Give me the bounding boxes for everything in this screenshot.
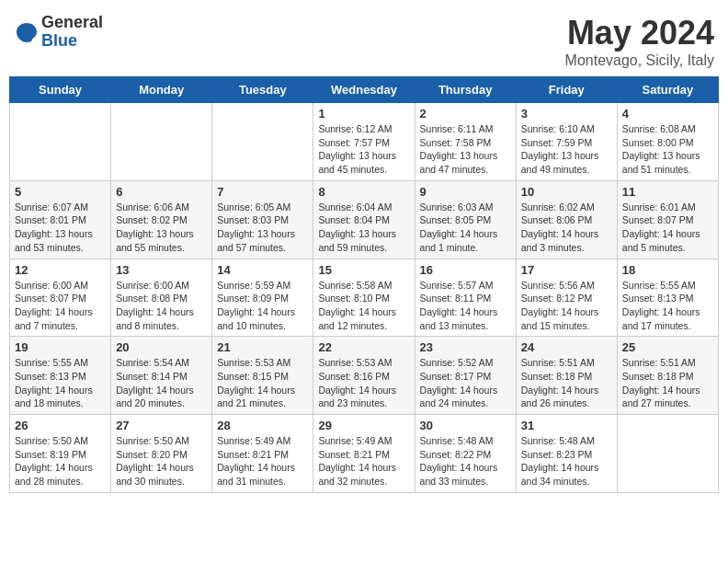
day-info: Sunrise: 6:02 AM Sunset: 8:06 PM Dayligh… xyxy=(521,201,612,255)
day-number: 5 xyxy=(15,185,106,199)
day-info: Sunrise: 6:06 AM Sunset: 8:02 PM Dayligh… xyxy=(116,201,207,255)
day-info: Sunrise: 5:50 AM Sunset: 8:20 PM Dayligh… xyxy=(116,434,207,488)
day-number: 2 xyxy=(420,107,511,121)
day-number: 10 xyxy=(521,185,612,199)
calendar-cell: 26Sunrise: 5:50 AM Sunset: 8:19 PM Dayli… xyxy=(10,415,111,493)
calendar-cell: 23Sunrise: 5:52 AM Sunset: 8:17 PM Dayli… xyxy=(415,337,516,415)
day-info: Sunrise: 6:01 AM Sunset: 8:07 PM Dayligh… xyxy=(622,201,713,255)
calendar-cell: 7Sunrise: 6:05 AM Sunset: 8:03 PM Daylig… xyxy=(212,180,313,259)
calendar-cell: 27Sunrise: 5:50 AM Sunset: 8:20 PM Dayli… xyxy=(111,415,212,493)
day-number: 17 xyxy=(521,263,612,277)
calendar-week-row: 26Sunrise: 5:50 AM Sunset: 8:19 PM Dayli… xyxy=(10,415,719,493)
day-info: Sunrise: 5:51 AM Sunset: 8:18 PM Dayligh… xyxy=(622,356,713,410)
day-info: Sunrise: 5:48 AM Sunset: 8:23 PM Dayligh… xyxy=(521,434,612,488)
logo-blue-text: Blue xyxy=(41,32,103,51)
day-number: 28 xyxy=(217,419,308,432)
calendar-cell: 9Sunrise: 6:03 AM Sunset: 8:05 PM Daylig… xyxy=(415,180,516,259)
day-number: 27 xyxy=(116,419,207,432)
calendar-cell: 15Sunrise: 5:58 AM Sunset: 8:10 PM Dayli… xyxy=(313,259,415,337)
days-of-week-row: SundayMondayTuesdayWednesdayThursdayFrid… xyxy=(10,77,719,103)
calendar-cell: 17Sunrise: 5:56 AM Sunset: 8:12 PM Dayli… xyxy=(516,259,617,337)
calendar-cell: 6Sunrise: 6:06 AM Sunset: 8:02 PM Daylig… xyxy=(111,180,212,259)
calendar-cell xyxy=(10,103,111,181)
calendar-cell: 31Sunrise: 5:48 AM Sunset: 8:23 PM Dayli… xyxy=(516,415,617,493)
calendar-cell: 25Sunrise: 5:51 AM Sunset: 8:18 PM Dayli… xyxy=(617,337,718,415)
day-number: 26 xyxy=(15,419,106,432)
calendar-cell: 8Sunrise: 6:04 AM Sunset: 8:04 PM Daylig… xyxy=(313,180,415,259)
day-info: Sunrise: 5:59 AM Sunset: 8:09 PM Dayligh… xyxy=(217,279,308,333)
day-info: Sunrise: 5:48 AM Sunset: 8:22 PM Dayligh… xyxy=(420,434,511,488)
logo: General Blue xyxy=(14,14,103,51)
day-of-week-header: Thursday xyxy=(415,77,516,103)
day-number: 24 xyxy=(521,340,612,354)
day-number: 15 xyxy=(318,263,409,277)
calendar-cell: 30Sunrise: 5:48 AM Sunset: 8:22 PM Dayli… xyxy=(415,415,516,493)
calendar-cell: 13Sunrise: 6:00 AM Sunset: 8:08 PM Dayli… xyxy=(111,259,212,337)
day-number: 25 xyxy=(622,340,713,354)
calendar-cell xyxy=(111,103,212,181)
day-number: 31 xyxy=(521,419,612,432)
calendar-cell: 18Sunrise: 5:55 AM Sunset: 8:13 PM Dayli… xyxy=(617,259,718,337)
calendar-cell: 24Sunrise: 5:51 AM Sunset: 8:18 PM Dayli… xyxy=(516,337,617,415)
calendar-week-row: 19Sunrise: 5:55 AM Sunset: 8:13 PM Dayli… xyxy=(10,337,719,415)
day-info: Sunrise: 5:51 AM Sunset: 8:18 PM Dayligh… xyxy=(521,356,612,410)
logo-general-text: General xyxy=(41,14,103,32)
calendar-cell: 29Sunrise: 5:49 AM Sunset: 8:21 PM Dayli… xyxy=(313,415,415,493)
calendar-cell: 21Sunrise: 5:53 AM Sunset: 8:15 PM Dayli… xyxy=(212,337,313,415)
calendar-cell: 14Sunrise: 5:59 AM Sunset: 8:09 PM Dayli… xyxy=(212,259,313,337)
day-number: 3 xyxy=(521,107,612,121)
day-number: 18 xyxy=(622,263,713,277)
month-year-title: May 2024 xyxy=(565,14,714,52)
day-info: Sunrise: 6:00 AM Sunset: 8:07 PM Dayligh… xyxy=(15,279,106,333)
day-number: 23 xyxy=(420,340,511,354)
day-number: 30 xyxy=(420,419,511,432)
calendar-cell: 5Sunrise: 6:07 AM Sunset: 8:01 PM Daylig… xyxy=(10,180,111,259)
day-of-week-header: Wednesday xyxy=(313,77,415,103)
day-info: Sunrise: 5:53 AM Sunset: 8:15 PM Dayligh… xyxy=(217,356,308,410)
calendar-cell: 2Sunrise: 6:11 AM Sunset: 7:58 PM Daylig… xyxy=(415,103,516,181)
day-info: Sunrise: 6:10 AM Sunset: 7:59 PM Dayligh… xyxy=(521,122,612,177)
day-of-week-header: Sunday xyxy=(10,77,111,103)
calendar-table: SundayMondayTuesdayWednesdayThursdayFrid… xyxy=(9,76,719,493)
calendar-week-row: 5Sunrise: 6:07 AM Sunset: 8:01 PM Daylig… xyxy=(10,180,719,259)
calendar-cell: 22Sunrise: 5:53 AM Sunset: 8:16 PM Dayli… xyxy=(313,337,415,415)
day-info: Sunrise: 6:03 AM Sunset: 8:05 PM Dayligh… xyxy=(420,201,511,255)
calendar-cell: 3Sunrise: 6:10 AM Sunset: 7:59 PM Daylig… xyxy=(516,103,617,181)
calendar-cell: 10Sunrise: 6:02 AM Sunset: 8:06 PM Dayli… xyxy=(516,180,617,259)
day-number: 19 xyxy=(15,340,106,354)
calendar-body: 1Sunrise: 6:12 AM Sunset: 7:57 PM Daylig… xyxy=(10,103,719,493)
day-of-week-header: Tuesday xyxy=(212,77,313,103)
day-number: 16 xyxy=(420,263,511,277)
day-info: Sunrise: 5:54 AM Sunset: 8:14 PM Dayligh… xyxy=(116,356,207,410)
page-header: General Blue May 2024 Montevago, Sicily,… xyxy=(9,9,719,69)
day-number: 29 xyxy=(318,419,409,432)
day-info: Sunrise: 5:56 AM Sunset: 8:12 PM Dayligh… xyxy=(521,279,612,333)
calendar-week-row: 1Sunrise: 6:12 AM Sunset: 7:57 PM Daylig… xyxy=(10,103,719,181)
calendar-cell xyxy=(617,415,718,493)
calendar-cell: 19Sunrise: 5:55 AM Sunset: 8:13 PM Dayli… xyxy=(10,337,111,415)
calendar-header: SundayMondayTuesdayWednesdayThursdayFrid… xyxy=(10,77,719,103)
calendar-cell: 11Sunrise: 6:01 AM Sunset: 8:07 PM Dayli… xyxy=(617,180,718,259)
calendar-cell: 28Sunrise: 5:49 AM Sunset: 8:21 PM Dayli… xyxy=(212,415,313,493)
calendar-cell: 12Sunrise: 6:00 AM Sunset: 8:07 PM Dayli… xyxy=(10,259,111,337)
day-of-week-header: Friday xyxy=(516,77,617,103)
day-info: Sunrise: 5:49 AM Sunset: 8:21 PM Dayligh… xyxy=(318,434,409,488)
calendar-cell xyxy=(212,103,313,181)
day-info: Sunrise: 5:55 AM Sunset: 8:13 PM Dayligh… xyxy=(622,279,713,333)
day-number: 14 xyxy=(217,263,308,277)
day-info: Sunrise: 5:52 AM Sunset: 8:17 PM Dayligh… xyxy=(420,356,511,410)
logo-text: General Blue xyxy=(41,14,103,51)
day-number: 4 xyxy=(622,107,713,121)
day-info: Sunrise: 6:11 AM Sunset: 7:58 PM Dayligh… xyxy=(420,122,511,177)
day-number: 21 xyxy=(217,340,308,354)
location-text: Montevago, Sicily, Italy xyxy=(565,52,714,69)
logo-icon xyxy=(14,19,40,45)
day-number: 9 xyxy=(420,185,511,199)
day-info: Sunrise: 5:50 AM Sunset: 8:19 PM Dayligh… xyxy=(15,434,106,488)
calendar-week-row: 12Sunrise: 6:00 AM Sunset: 8:07 PM Dayli… xyxy=(10,259,719,337)
day-info: Sunrise: 6:00 AM Sunset: 8:08 PM Dayligh… xyxy=(116,279,207,333)
calendar-cell: 16Sunrise: 5:57 AM Sunset: 8:11 PM Dayli… xyxy=(415,259,516,337)
day-info: Sunrise: 5:55 AM Sunset: 8:13 PM Dayligh… xyxy=(15,356,106,410)
day-number: 13 xyxy=(116,263,207,277)
calendar-cell: 4Sunrise: 6:08 AM Sunset: 8:00 PM Daylig… xyxy=(617,103,718,181)
